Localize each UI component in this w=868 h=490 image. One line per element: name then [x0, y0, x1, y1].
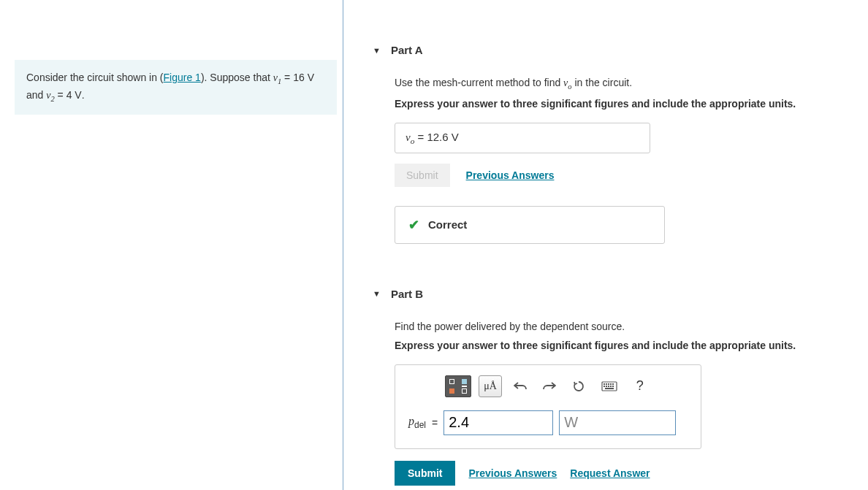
part-b-submit-button[interactable]: Submit	[395, 461, 455, 486]
svg-rect-7	[606, 386, 607, 387]
pdel-label: pdel	[408, 415, 426, 430]
part-b-prompt: Find the power delivered by the dependen…	[395, 321, 868, 332]
help-icon[interactable]: ?	[629, 375, 651, 397]
svg-rect-6	[604, 386, 605, 387]
part-a-title: Part A	[391, 44, 423, 56]
part-b: ▼ Part B Find the power delivered by the…	[373, 280, 868, 486]
check-icon: ✔	[408, 217, 419, 233]
redo-icon[interactable]	[538, 375, 560, 397]
value-input[interactable]	[443, 410, 553, 435]
svg-rect-2	[606, 383, 607, 385]
part-a-prompt: Use the mesh-current method to find vo i…	[395, 77, 868, 91]
part-a-feedback: ✔ Correct	[395, 206, 665, 244]
reset-icon[interactable]	[568, 375, 590, 397]
svg-rect-5	[612, 383, 614, 385]
svg-rect-11	[605, 388, 614, 389]
problem-statement: Consider the circuit shown in (Figure 1)…	[15, 60, 337, 115]
right-panel: ▼ Part A Use the mesh-current method to …	[343, 0, 868, 490]
correct-label: Correct	[428, 218, 467, 231]
part-b-instruction: Express your answer to three significant…	[395, 340, 868, 351]
units-button[interactable]: μÅ	[479, 375, 502, 397]
unit-input[interactable]	[559, 410, 676, 435]
part-a: ▼ Part A Use the mesh-current method to …	[373, 37, 868, 244]
caret-down-icon: ▼	[373, 289, 381, 298]
part-a-answer-display: vo = 12.6 V	[395, 123, 650, 153]
answer-toolbar: μÅ ?	[408, 375, 688, 397]
part-a-previous-answers-link[interactable]: Previous Answers	[466, 169, 555, 181]
part-b-title: Part B	[391, 288, 423, 300]
part-b-header[interactable]: ▼ Part B	[373, 280, 868, 307]
svg-rect-1	[604, 383, 605, 385]
svg-rect-10	[612, 386, 614, 387]
part-a-submit-button: Submit	[395, 164, 450, 187]
templates-button[interactable]	[445, 375, 471, 397]
part-b-input-card: μÅ ?	[395, 364, 701, 449]
caret-down-icon: ▼	[373, 46, 381, 55]
part-a-instruction: Express your answer to three significant…	[395, 98, 868, 110]
svg-rect-3	[608, 383, 609, 385]
svg-rect-8	[608, 386, 609, 387]
left-panel: Consider the circuit shown in (Figure 1)…	[0, 0, 343, 490]
svg-rect-9	[610, 386, 612, 387]
undo-icon[interactable]	[509, 375, 531, 397]
request-answer-link[interactable]: Request Answer	[570, 467, 650, 479]
problem-text: Consider the circuit shown in (	[26, 72, 164, 83]
keyboard-icon[interactable]	[597, 375, 622, 397]
figure-link[interactable]: Figure 1	[164, 72, 201, 83]
part-a-header[interactable]: ▼ Part A	[373, 37, 868, 64]
part-b-previous-answers-link[interactable]: Previous Answers	[468, 467, 557, 479]
svg-rect-4	[610, 383, 612, 385]
